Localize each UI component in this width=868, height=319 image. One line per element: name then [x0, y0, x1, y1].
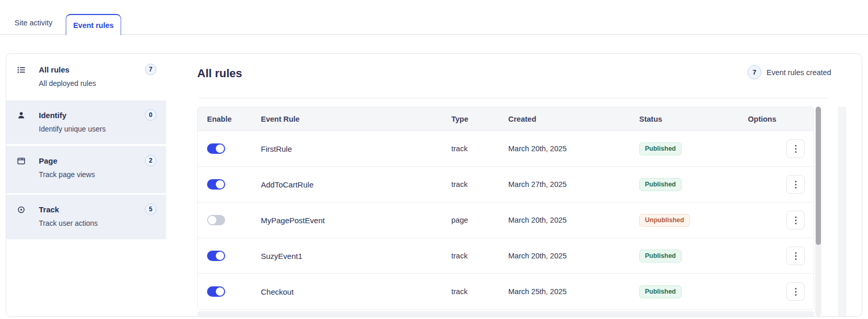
sidebar-item-identify[interactable]: Identify Identify unique users 0 [6, 100, 166, 144]
sidebar-item-subtitle: Identify unique users [39, 125, 166, 134]
target-icon [17, 206, 25, 214]
tab-site-activity[interactable]: Site activity [14, 19, 52, 27]
tabbar-divider [0, 34, 868, 35]
sidebar-item-subtitle: Track user actions [39, 219, 166, 228]
table-scrollbar-thumb[interactable] [816, 107, 821, 245]
table-row: MyPagePostEvent page March 20th, 2025 Un… [198, 202, 814, 238]
rule-created: March 20th, 2025 [508, 144, 639, 153]
table-row: FirstRule track March 20th, 2025 Publish… [198, 130, 814, 166]
window-icon [17, 157, 25, 165]
row-options-button[interactable] [786, 175, 805, 194]
sidebar-item-all-rules[interactable]: All rules All deployed rules 7 [6, 55, 166, 99]
sidebar-item-page[interactable]: Page Track page views 2 [6, 146, 166, 193]
status-badge: Published [639, 285, 682, 298]
column-header-rule: Event Rule [256, 115, 451, 123]
rule-type: page [451, 216, 508, 224]
rule-name: SuzyEvent1 [256, 252, 451, 260]
rule-name: AddToCartRule [256, 180, 451, 189]
rules-count-badge: 7 [747, 65, 761, 79]
sidebar-item-subtitle: Track page views [39, 170, 166, 179]
row-options-button[interactable] [786, 247, 805, 265]
table-header-row: Enable Event Rule Type Created Status Op… [198, 107, 814, 130]
row-options-button[interactable] [786, 139, 805, 158]
enable-toggle[interactable] [207, 286, 225, 297]
tab-event-rules-label: Event rules [73, 21, 113, 30]
rule-type: track [451, 287, 508, 296]
rule-type: track [451, 144, 508, 153]
rule-type: track [451, 252, 508, 260]
sidebar-count-badge: 2 [145, 155, 156, 166]
toggle-knob [216, 287, 224, 296]
toggle-knob [208, 216, 216, 224]
rule-type: track [451, 180, 508, 189]
toggle-knob [216, 144, 224, 153]
tab-event-rules[interactable]: Event rules [66, 14, 121, 35]
column-header-created: Created [508, 115, 639, 123]
row-options-button[interactable] [786, 282, 805, 301]
enable-toggle[interactable] [207, 215, 225, 225]
enable-toggle[interactable] [207, 143, 225, 154]
header-divider [199, 98, 827, 98]
sidebar-item-subtitle: All deployed rules [39, 79, 166, 88]
rule-created: March 20th, 2025 [508, 252, 639, 260]
event-rules-card: All rules All deployed rules 7 Identify … [6, 53, 862, 317]
column-header-enable: Enable [198, 115, 256, 123]
page-scrollbar-track[interactable] [838, 107, 846, 316]
table-row: Checkout track March 25th, 2025 Publishe… [198, 273, 814, 309]
rule-created: March 20th, 2025 [508, 216, 639, 224]
row-options-button[interactable] [786, 211, 805, 229]
sidebar-item-track[interactable]: Track Track user actions 5 [6, 195, 166, 239]
user-icon [17, 111, 25, 120]
event-rules-screen: Site activity Event rules All rules All … [0, 0, 868, 319]
enable-toggle[interactable] [207, 179, 225, 190]
column-header-status: Status [639, 115, 748, 123]
list-icon [17, 66, 25, 74]
toggle-knob [216, 180, 224, 189]
table-horizontal-scrollbar-track[interactable] [197, 311, 814, 317]
rule-created: March 27th, 2025 [508, 180, 639, 189]
status-badge: Published [639, 178, 682, 191]
column-header-type: Type [451, 115, 508, 123]
table-row: AddToCartRule track March 27th, 2025 Pub… [198, 166, 814, 202]
sidebar-count-badge: 5 [145, 204, 156, 215]
rules-summary: 7 Event rules created [747, 65, 831, 79]
rule-created: March 25th, 2025 [508, 287, 639, 296]
enable-toggle[interactable] [207, 251, 225, 261]
sidebar-count-badge: 0 [145, 109, 156, 121]
status-badge: Published [639, 142, 682, 155]
sidebar-count-badge: 7 [145, 64, 156, 75]
toggle-knob [216, 252, 224, 260]
page-title: All rules [197, 67, 242, 80]
rule-name: Checkout [256, 287, 451, 296]
rule-name: FirstRule [256, 144, 451, 153]
status-badge: Unpublished [639, 214, 690, 227]
table-row: SuzyEvent1 track March 20th, 2025 Publis… [198, 238, 814, 273]
column-header-options: Options [748, 115, 814, 123]
rule-name: MyPagePostEvent [256, 216, 451, 225]
status-badge: Published [639, 250, 682, 263]
table-scrollbar-track[interactable] [815, 107, 821, 316]
rules-count-label: Event rules created [767, 68, 831, 77]
event-rules-table: Enable Event Rule Type Created Status Op… [197, 107, 814, 310]
rules-sidebar: All rules All deployed rules 7 Identify … [6, 54, 166, 316]
